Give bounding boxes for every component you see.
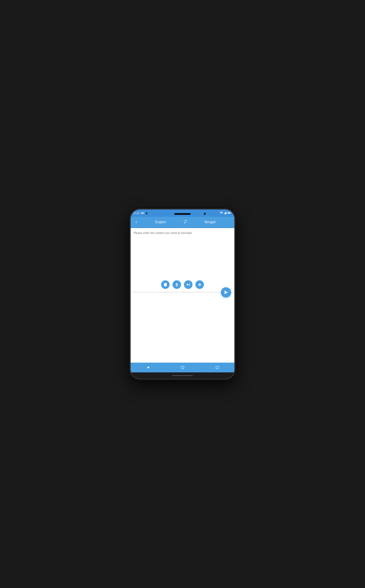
source-language[interactable]: English [140, 220, 182, 224]
output-panel [131, 293, 234, 363]
nav-home-button[interactable] [177, 364, 189, 371]
signal-icon [224, 211, 227, 215]
svg-rect-5 [225, 212, 226, 214]
svg-rect-12 [176, 283, 177, 285]
speaker-button[interactable] [184, 280, 192, 289]
home-bar [172, 375, 193, 376]
svg-rect-9 [228, 213, 230, 213]
speaker-grille [174, 213, 191, 215]
status-time: 8:20 [134, 212, 140, 215]
wifi-icon [220, 211, 223, 215]
volume-down-button[interactable] [129, 249, 130, 257]
nav-back-button[interactable] [142, 364, 154, 371]
target-language[interactable]: Bengali [189, 220, 231, 224]
volume-up-button[interactable] [129, 238, 130, 246]
phone-device: 8:20 ⌨ 📱 [129, 208, 236, 380]
sim-icon: 📱 [145, 212, 148, 214]
main-content [131, 228, 234, 363]
clipboard-button[interactable] [161, 280, 170, 289]
svg-marker-15 [187, 283, 188, 286]
back-button[interactable]: ‹ [134, 218, 139, 226]
phone-screen: 8:20 ⌨ 📱 [131, 210, 234, 378]
home-indicator-bar [131, 372, 234, 378]
battery-icon [227, 211, 231, 215]
svg-rect-3 [224, 213, 224, 214]
svg-marker-20 [147, 366, 149, 369]
svg-point-0 [221, 214, 222, 214]
camera-dot [204, 213, 206, 215]
clear-button[interactable] [195, 280, 204, 289]
translate-send-button[interactable] [221, 287, 231, 297]
svg-rect-11 [165, 283, 166, 283]
nav-recents-button[interactable] [211, 364, 223, 371]
keyboard-icon: ⌨ [141, 212, 144, 215]
input-actions-row [131, 278, 234, 292]
svg-rect-6 [226, 212, 226, 214]
svg-rect-22 [216, 366, 218, 369]
swap-languages-button[interactable] [182, 219, 189, 226]
source-text-input[interactable] [131, 228, 234, 278]
microphone-button[interactable] [173, 280, 181, 289]
app-bar: ‹ English Bengali [131, 217, 234, 227]
svg-rect-8 [231, 213, 231, 213]
svg-marker-19 [224, 290, 228, 294]
bottom-nav [131, 363, 234, 372]
input-panel [131, 228, 234, 292]
svg-point-21 [181, 366, 184, 369]
svg-rect-4 [225, 213, 225, 214]
power-button[interactable] [235, 244, 236, 255]
